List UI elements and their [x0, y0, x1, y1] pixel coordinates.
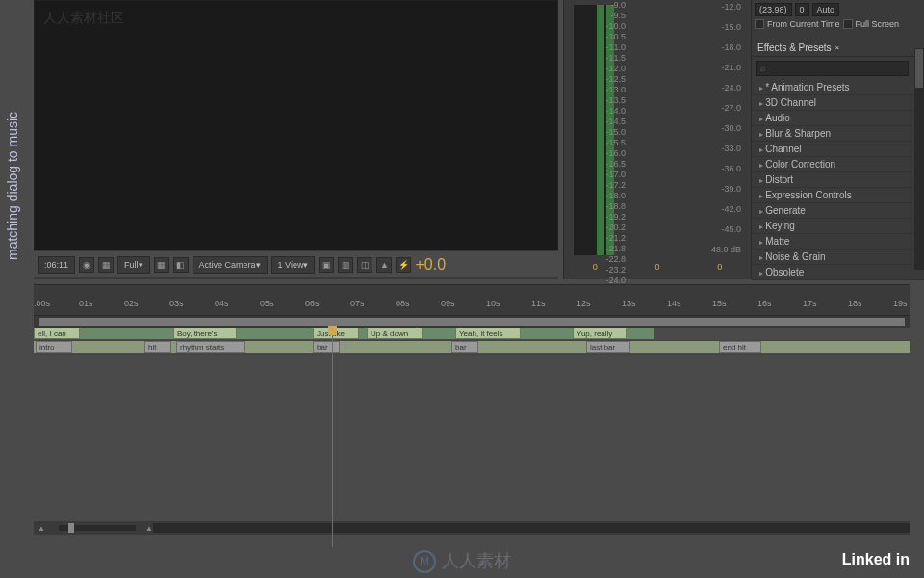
effects-category[interactable]: Noise & Grain — [752, 250, 924, 265]
view-dropdown[interactable]: 1 View ▾ — [271, 256, 316, 274]
toggle-1-icon[interactable]: ▣ — [319, 257, 334, 273]
right-panel: (23.98) 0 Auto From Current Time Full Sc… — [751, 0, 924, 279]
playhead-indicator-icon[interactable] — [328, 326, 337, 335]
effects-scrollbar[interactable] — [914, 48, 924, 270]
audio-bottom-values: 000 — [564, 262, 751, 272]
marker[interactable]: hit — [144, 341, 171, 353]
effects-category[interactable]: Matte — [752, 234, 924, 250]
viewer-canvas[interactable] — [34, 0, 558, 250]
full-screen-label: Full Screen — [856, 19, 900, 29]
marker[interactable]: Boy, there's — [173, 328, 237, 339]
horizontal-scrollbar[interactable] — [153, 523, 910, 533]
channel-icon[interactable]: ▦ — [98, 257, 114, 273]
work-area-bar[interactable] — [34, 316, 910, 328]
marker[interactable]: rhythm starts — [176, 341, 245, 353]
marker[interactable]: Yup, really — [573, 328, 627, 339]
meter-channel-left — [597, 5, 604, 255]
skip-field[interactable]: 0 — [795, 3, 809, 16]
marker[interactable]: bar — [451, 341, 478, 353]
effects-category[interactable]: Channel — [752, 142, 924, 157]
fps-dropdown[interactable]: (23.98) — [755, 3, 792, 16]
track-music[interactable]: intro hit rhythm starts bar bar last bar… — [34, 341, 910, 355]
effects-category[interactable]: Audio — [752, 111, 924, 126]
marker[interactable]: bar — [313, 341, 340, 353]
effects-category[interactable]: Obsolete — [752, 265, 924, 280]
full-screen-checkbox[interactable] — [843, 19, 853, 29]
effects-category[interactable]: Distort — [752, 172, 924, 188]
scrollbar-thumb[interactable] — [915, 49, 923, 88]
marker[interactable]: end hit — [719, 341, 761, 353]
viewer-toolbar: :06:11 ◉ ▦ Full ▾ ▦ ◧ Active Camera ▾ 1 … — [34, 250, 558, 277]
camera-dropdown[interactable]: Active Camera ▾ — [192, 256, 268, 274]
audio-scale-right: -12.0-15.0-18.0-21.0-24.0-27.0-30.0-33.0… — [708, 2, 741, 265]
marker[interactable]: Yeah, it feels — [455, 328, 521, 339]
timeline-header — [34, 285, 910, 297]
timeline-panel: :00s 01s 02s 03s 04s 05s 06s 07s 08s 09s… — [34, 284, 910, 535]
grid-icon[interactable]: ▦ — [154, 257, 169, 273]
zoom-handle[interactable] — [68, 523, 74, 533]
exposure-value[interactable]: +0.0 — [415, 256, 446, 274]
timecode-display[interactable]: :06:11 — [38, 256, 75, 274]
audio-scale-left: -9.0-9.5-10.0-10.5-11.0-11.5-12.0-12.5-1… — [605, 0, 626, 286]
effects-presets-panel: Effects & Presets× * Animation Presets 3… — [752, 39, 924, 280]
from-current-label: From Current Time — [767, 19, 840, 29]
preview-settings: (23.98) 0 Auto From Current Time Full Sc… — [752, 0, 924, 35]
effects-search-input[interactable] — [756, 61, 909, 76]
timeline-ruler[interactable]: :00s 01s 02s 03s 04s 05s 06s 07s 08s 09s… — [34, 297, 910, 316]
resolution-dropdown[interactable]: Full ▾ — [117, 256, 150, 274]
toggle-3-icon[interactable]: ◫ — [357, 257, 372, 273]
effects-category[interactable]: Generate — [752, 203, 924, 219]
marker[interactable]: Up & down — [367, 328, 423, 339]
mask-icon[interactable]: ◧ — [173, 257, 189, 273]
linkedin-logo: Linked in — [842, 551, 910, 568]
marker[interactable]: ell, I can — [34, 328, 80, 339]
playhead[interactable] — [332, 328, 333, 547]
audio-meter-panel: -9.0-9.5-10.0-10.5-11.0-11.5-12.0-12.5-1… — [563, 0, 751, 279]
lesson-title-vertical: matching dialog to music — [5, 112, 20, 260]
effects-category[interactable]: * Animation Presets — [752, 80, 924, 95]
effects-category[interactable]: Blur & Sharpen — [752, 126, 924, 142]
effects-panel-header[interactable]: Effects & Presets× — [752, 39, 924, 57]
zoom-slider[interactable] — [59, 525, 136, 531]
watermark-bottom: M人人素材 — [413, 549, 511, 573]
timeline-footer: ▲ ▲ — [34, 521, 910, 535]
effects-category[interactable]: 3D Channel — [752, 95, 924, 111]
marker[interactable]: last bar — [586, 341, 630, 353]
resolution-auto[interactable]: Auto — [812, 3, 840, 16]
toggle-4-icon[interactable]: ▲ — [376, 257, 392, 273]
effects-category[interactable]: Color Correction — [752, 157, 924, 172]
timeline-tracks: ell, I can Boy, there's Just like Up & d… — [34, 328, 910, 520]
toggle-2-icon[interactable]: ▥ — [338, 257, 353, 273]
marker[interactable]: intro — [36, 341, 72, 353]
track-dialog[interactable]: ell, I can Boy, there's Just like Up & d… — [34, 328, 910, 341]
composition-viewer: :06:11 ◉ ▦ Full ▾ ▦ ◧ Active Camera ▾ 1 … — [34, 0, 558, 279]
from-current-checkbox[interactable] — [755, 19, 764, 29]
effects-category[interactable]: Keying — [752, 219, 924, 234]
snapshot-icon[interactable]: ◉ — [79, 257, 94, 273]
fast-preview-icon[interactable]: ⚡ — [396, 257, 411, 273]
effects-category[interactable]: Expression Controls — [752, 188, 924, 203]
effects-category-list: * Animation Presets 3D Channel Audio Blu… — [752, 80, 924, 280]
